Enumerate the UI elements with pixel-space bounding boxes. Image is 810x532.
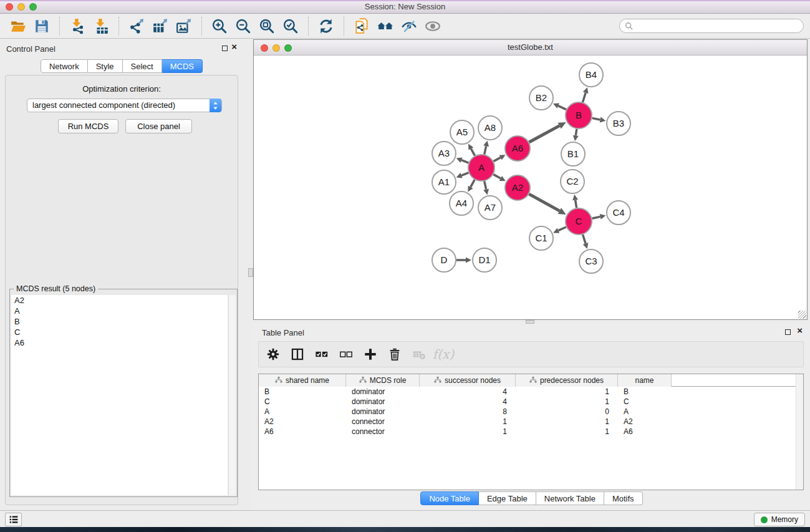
graph-node-A5[interactable]: A5: [450, 120, 474, 144]
graph-edge-A-A1[interactable]: [461, 173, 468, 175]
export-image-icon[interactable]: [175, 17, 193, 36]
zoom-in-icon[interactable]: [210, 17, 229, 36]
zoom-selected-icon[interactable]: [281, 17, 300, 36]
network-minimize-button[interactable]: [272, 44, 280, 52]
graph-edge-A-A5[interactable]: [471, 148, 475, 155]
task-history-button[interactable]: [5, 513, 22, 526]
resize-grip[interactable]: [798, 311, 806, 319]
graph-node-A2[interactable]: A2: [505, 175, 530, 200]
graph-edge-B-B1[interactable]: [576, 129, 577, 136]
column-header-mcds-role[interactable]: MCDS role: [346, 374, 420, 387]
result-item[interactable]: B: [11, 316, 228, 327]
zoom-fit-icon[interactable]: [258, 17, 276, 36]
network-close-button[interactable]: [261, 44, 268, 52]
delete-rows-icon[interactable]: [387, 346, 403, 362]
graph-edge-A-A8[interactable]: [485, 146, 486, 154]
graph-node-C3[interactable]: C3: [579, 249, 603, 273]
show-columns-icon[interactable]: [289, 346, 306, 362]
tab-style[interactable]: Style: [88, 59, 123, 73]
run-mcds-button[interactable]: Run MCDS: [58, 119, 118, 133]
graph-edge-A-A6[interactable]: [493, 158, 500, 162]
column-header-name[interactable]: name: [618, 374, 672, 387]
zoom-out-icon[interactable]: [234, 17, 253, 36]
tab-motifs[interactable]: Motifs: [604, 491, 643, 505]
graph-node-C1[interactable]: C1: [529, 226, 553, 250]
graph-node-B1[interactable]: B1: [561, 142, 585, 166]
column-header-shared-name[interactable]: shared name: [259, 374, 346, 387]
select-all-icon[interactable]: [314, 346, 330, 362]
tab-node-table[interactable]: Node Table: [420, 491, 479, 505]
tab-select[interactable]: Select: [123, 59, 162, 73]
table-row[interactable]: A6connector11A6: [259, 427, 803, 437]
graph-node-B4[interactable]: B4: [579, 63, 603, 87]
add-row-icon[interactable]: [362, 346, 378, 362]
export-table-icon[interactable]: [151, 17, 170, 36]
table-scrollbar[interactable]: [796, 374, 803, 490]
close-panel-icon[interactable]: ×: [231, 41, 237, 52]
deselect-all-icon[interactable]: [338, 346, 354, 362]
tab-network[interactable]: Network: [41, 59, 88, 73]
network-zoom-button[interactable]: [284, 44, 292, 52]
open-session-icon[interactable]: [9, 17, 27, 36]
import-network-icon[interactable]: [68, 17, 87, 36]
graph-edge-B-B4[interactable]: [582, 93, 586, 102]
network-window-titlebar[interactable]: testGlobe.txt: [254, 40, 807, 56]
graph-edge-A2-C[interactable]: [529, 194, 559, 211]
graph-edge-A-A2[interactable]: [493, 175, 501, 178]
table-close-icon[interactable]: ×: [797, 325, 803, 336]
graph-node-C2[interactable]: C2: [561, 170, 584, 193]
float-panel-icon[interactable]: [222, 46, 228, 51]
graph-node-A8[interactable]: A8: [478, 116, 502, 140]
graph-edge-A6-B[interactable]: [529, 126, 559, 142]
table-settings-icon[interactable]: [265, 346, 281, 362]
result-item[interactable]: A2: [11, 295, 228, 306]
graph-node-D1[interactable]: D1: [473, 248, 496, 272]
table-float-icon[interactable]: [785, 329, 791, 335]
graph-node-B[interactable]: B: [566, 102, 592, 128]
graph-edge-A-A3[interactable]: [461, 160, 468, 163]
result-item[interactable]: C: [11, 327, 228, 337]
traffic-minimize-button[interactable]: [17, 3, 25, 11]
column-header-successor-nodes[interactable]: successor nodes: [420, 374, 516, 387]
graph-node-A1[interactable]: A1: [432, 170, 456, 194]
graph-edge-A-A4[interactable]: [471, 180, 475, 187]
graph-node-A4[interactable]: A4: [450, 191, 473, 215]
graph-node-A[interactable]: A: [468, 155, 494, 181]
graph-edge-C-C1[interactable]: [558, 227, 566, 231]
graph-edge-A-A7[interactable]: [485, 181, 486, 189]
result-item[interactable]: A6: [11, 337, 228, 348]
graph-node-A3[interactable]: A3: [432, 142, 456, 165]
traffic-zoom-button[interactable]: [29, 3, 37, 11]
clone-network-icon[interactable]: [352, 17, 371, 36]
table-row[interactable]: Bdominator41B: [259, 387, 803, 397]
hide-details-icon[interactable]: [400, 17, 418, 36]
vertical-splitter-handle[interactable]: [248, 268, 253, 277]
table-row[interactable]: Adominator80A: [259, 407, 803, 417]
table-row[interactable]: A2connector11A2: [259, 417, 803, 427]
graph-edge-C-C4[interactable]: [592, 216, 600, 218]
graph-edge-C-C2[interactable]: [576, 200, 577, 208]
home-icon[interactable]: [376, 17, 395, 36]
memory-button[interactable]: Memory: [754, 513, 805, 526]
graph-node-C[interactable]: C: [566, 208, 592, 235]
tab-mcds[interactable]: MCDS: [162, 59, 203, 73]
graph-node-A7[interactable]: A7: [478, 196, 502, 220]
search-box[interactable]: [619, 19, 804, 33]
close-panel-button[interactable]: Close panel: [125, 119, 192, 133]
graph-node-B3[interactable]: B3: [607, 112, 630, 135]
graph-edge-B-B2[interactable]: [558, 106, 566, 110]
graph-node-A6[interactable]: A6: [505, 136, 530, 161]
graph-node-B2[interactable]: B2: [529, 86, 553, 110]
export-network-icon[interactable]: [127, 17, 146, 36]
tab-network-table[interactable]: Network Table: [536, 491, 604, 505]
result-item[interactable]: A: [11, 306, 228, 316]
tab-edge-table[interactable]: Edge Table: [479, 491, 536, 505]
network-canvas[interactable]: AA1A2A3A4A5A6A7A8BB1B2B3B4CC1C2C3C4DD1: [254, 56, 807, 319]
result-scrollbar[interactable]: [228, 295, 236, 495]
table-row[interactable]: Cdominator41C: [259, 397, 803, 407]
graph-node-C4[interactable]: C4: [607, 201, 630, 225]
save-session-icon[interactable]: [32, 17, 51, 36]
graph-edge-B-B3[interactable]: [592, 118, 600, 120]
traffic-close-button[interactable]: [6, 3, 13, 11]
refresh-network-icon[interactable]: [317, 17, 335, 36]
